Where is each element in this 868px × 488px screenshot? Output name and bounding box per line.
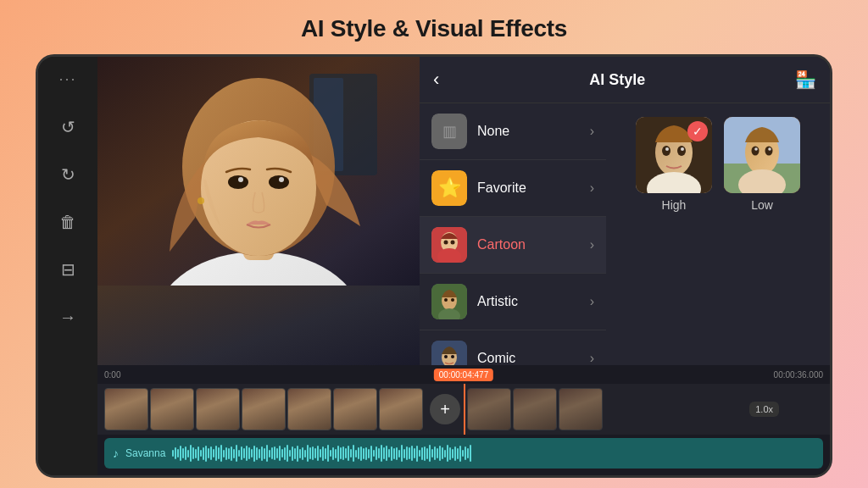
svg-point-15 — [444, 241, 448, 245]
video-frame-4 — [242, 388, 286, 430]
style-label-none: None — [477, 124, 580, 139]
style-item-cartoon[interactable]: Cartoon › — [420, 217, 606, 274]
video-frame-2 — [150, 388, 194, 430]
sidebar-dots: ··· — [58, 70, 76, 88]
timeline-area: 0:00 00:00:04:477 00:00:36.000 + — [97, 365, 830, 475]
sidebar-icon-undo[interactable]: ↺ — [53, 112, 83, 142]
video-frame-8 — [467, 388, 511, 430]
video-frame-1 — [104, 388, 148, 430]
video-frame-5 — [287, 388, 331, 430]
panel-body: ▥ None › ⭐ Favorite › — [420, 103, 830, 365]
video-frame-9 — [513, 388, 557, 430]
svg-point-11 — [198, 197, 204, 204]
style-thumb-artistic — [431, 284, 467, 319]
main-content: ‹ AI Style 🏪 ▥ — [97, 57, 830, 475]
quality-label-low: Low — [751, 198, 773, 212]
video-preview — [97, 57, 420, 365]
quality-thumb-high: ✓ — [636, 117, 712, 193]
svg-point-26 — [451, 355, 454, 358]
panel-title: AI Style — [589, 71, 645, 89]
portrait-svg — [97, 57, 420, 286]
style-label-comic: Comic — [477, 351, 580, 365]
svg-point-10 — [279, 177, 284, 182]
video-frame-3 — [196, 388, 240, 430]
style-thumb-none: ▥ — [431, 114, 467, 149]
ai-style-panel: ‹ AI Style 🏪 ▥ — [420, 57, 830, 365]
style-thumb-comic — [431, 341, 467, 365]
svg-point-39 — [752, 147, 760, 156]
quality-panel: ✓ High — [606, 103, 830, 365]
style-item-favorite[interactable]: ⭐ Favorite › — [420, 160, 606, 217]
style-thumb-favorite: ⭐ — [431, 170, 467, 206]
video-track: + 1.0x — [97, 384, 830, 435]
style-item-comic[interactable]: Comic › — [420, 330, 606, 365]
style-chevron-none: › — [590, 124, 594, 139]
svg-point-7 — [228, 175, 248, 189]
video-preview-image — [97, 57, 420, 365]
style-item-artistic[interactable]: Artistic › — [420, 274, 606, 330]
timeline-ruler: 0:00 00:00:04:477 00:00:36.000 — [97, 365, 830, 384]
svg-point-41 — [754, 147, 758, 151]
quality-thumb-low — [724, 117, 800, 193]
panel-header: ‹ AI Style 🏪 — [420, 57, 830, 103]
audio-label: Savanna — [125, 447, 165, 459]
svg-point-32 — [665, 147, 669, 151]
ruler-start: 0:00 — [104, 370, 120, 380]
svg-point-31 — [677, 146, 686, 156]
tablet-frame: ··· ↺ ↻ 🗑 ⊟ → — [36, 54, 832, 478]
svg-point-21 — [451, 298, 454, 302]
sidebar-icon-export[interactable]: → — [53, 302, 83, 332]
ruler-current: 00:00:04:477 — [434, 369, 493, 381]
svg-point-20 — [444, 298, 448, 302]
video-frame-7 — [379, 388, 423, 430]
video-frame-6 — [333, 388, 377, 430]
style-chevron-cartoon: › — [590, 237, 594, 252]
audio-waveform — [172, 445, 815, 462]
tablet-inner: ··· ↺ ↻ 🗑 ⊟ → — [38, 57, 830, 475]
video-and-panel: ‹ AI Style 🏪 ▥ — [97, 57, 830, 365]
page-title: AI Style & Visual Effects — [301, 15, 567, 42]
sidebar-icon-adjust[interactable]: ⊟ — [53, 254, 83, 285]
audio-track: ♪ Savanna — [104, 438, 823, 469]
style-item-none[interactable]: ▥ None › — [420, 103, 606, 160]
audio-icon: ♪ — [113, 446, 119, 460]
playhead — [464, 384, 465, 435]
style-list: ▥ None › ⭐ Favorite › — [420, 103, 606, 365]
svg-point-30 — [662, 146, 670, 156]
svg-point-42 — [768, 147, 771, 151]
style-label-artistic: Artistic — [477, 294, 580, 309]
style-chevron-artistic: › — [590, 294, 594, 309]
style-label-cartoon: Cartoon — [477, 237, 580, 252]
svg-point-16 — [451, 241, 455, 245]
svg-point-9 — [238, 177, 243, 182]
svg-point-33 — [681, 147, 684, 151]
style-label-favorite: Favorite — [477, 180, 580, 196]
store-icon[interactable]: 🏪 — [795, 69, 816, 90]
sidebar: ··· ↺ ↻ 🗑 ⊟ → — [38, 57, 97, 475]
style-chevron-comic: › — [590, 351, 594, 365]
svg-point-40 — [765, 147, 773, 156]
sidebar-icon-delete[interactable]: 🗑 — [53, 207, 83, 237]
style-thumb-cartoon — [431, 227, 467, 263]
quality-thumbs: ✓ High — [636, 117, 800, 212]
style-chevron-favorite: › — [590, 180, 594, 196]
quality-check-high: ✓ — [687, 121, 708, 141]
speed-badge: 1.0x — [749, 402, 779, 417]
quality-option-low[interactable]: Low — [724, 117, 800, 212]
quality-option-high[interactable]: ✓ High — [636, 117, 712, 212]
ruler-end: 00:00:36.000 — [774, 370, 823, 380]
add-clip-button[interactable]: + — [430, 394, 460, 424]
svg-point-8 — [269, 175, 289, 189]
svg-point-25 — [444, 355, 448, 358]
video-frame-10 — [559, 388, 603, 430]
back-button[interactable]: ‹ — [433, 69, 439, 91]
quality-label-high: High — [662, 198, 687, 212]
sidebar-icon-redo[interactable]: ↻ — [53, 159, 83, 190]
